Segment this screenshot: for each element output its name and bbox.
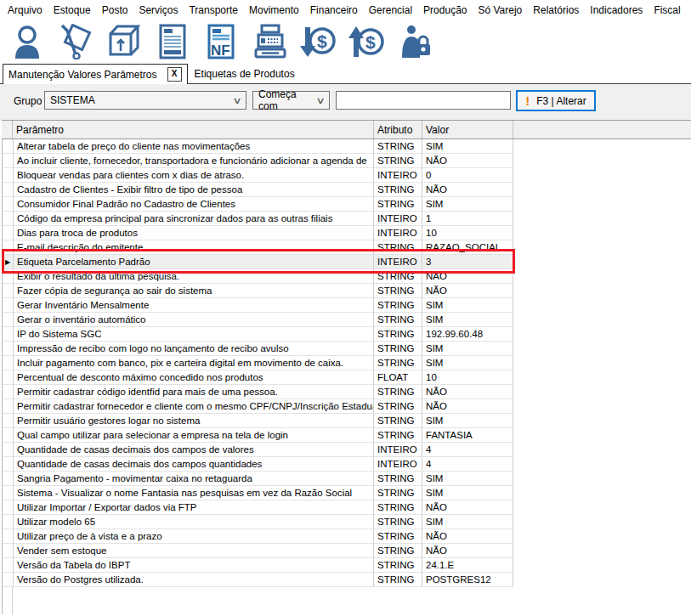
row-indicator: [3, 139, 14, 153]
table-row[interactable]: Utilizar preço de à vista e a prazoSTRIN…: [3, 529, 513, 544]
table-row[interactable]: Permitir cadastrar fornecedor e cliente …: [3, 399, 513, 414]
menu-item-relatorios[interactable]: Relatórios: [533, 4, 579, 16]
table-row[interactable]: Bloquear vendas para clientes com x dias…: [3, 168, 513, 183]
table-row[interactable]: Percentual de desconto máximo concedido …: [3, 370, 513, 385]
menu-item-financeiro[interactable]: Financeiro: [310, 4, 358, 16]
row-indicator: [3, 385, 14, 398]
menu-bar: ArquivoEstoquePostoServiçosTransporteMov…: [0, 0, 691, 20]
menu-item-estoque[interactable]: Estoque: [54, 4, 91, 16]
table-row[interactable]: Sistema - Visualizar o nome Fantasia nas…: [3, 486, 513, 500]
cell-parametro: Utilizar modelo 65: [14, 515, 374, 528]
table-row[interactable]: Quantidade de casas decimais dos campos …: [3, 457, 513, 472]
row-indicator: [3, 573, 14, 586]
table-row[interactable]: ▶Etiqueta Parcelamento PadrãoINTEIRO3: [3, 255, 513, 269]
menu-item-producao[interactable]: Produção: [423, 4, 467, 16]
match-mode-select[interactable]: Começa com ∨: [252, 91, 330, 110]
cell-valor: NÃO: [422, 529, 513, 543]
product-button[interactable]: [104, 23, 144, 60]
table-row[interactable]: Quantidade de casas decimais dos campos …: [3, 443, 513, 457]
user-security-button[interactable]: [394, 23, 435, 60]
table-row[interactable]: Consumidor Final Padrão no Cadastro de C…: [3, 197, 513, 212]
cell-atributo: STRING: [374, 486, 422, 500]
row-indicator: [3, 472, 14, 485]
table-row[interactable]: Versão do Postgres utilizada.STRINGPOSTG…: [3, 573, 513, 587]
row-indicator: [3, 515, 14, 528]
table-row[interactable]: Sangria Pagamento - movimentar caixa no …: [3, 472, 513, 486]
cell-parametro: Gerar o inventário automático: [14, 313, 374, 326]
cell-atributo: STRING: [374, 240, 422, 254]
column-header-atributo[interactable]: Atributo: [374, 121, 422, 138]
f3-alterar-label: F3 | Alterar: [536, 95, 586, 107]
column-header-valor[interactable]: Valor: [422, 121, 513, 138]
cell-parametro: Dias para troca de produtos: [14, 226, 374, 240]
table-row[interactable]: Exibir o resultado da última pesquisa.ST…: [3, 269, 513, 284]
cell-atributo: STRING: [374, 313, 422, 326]
cell-parametro: Qual campo utilizar para selecionar a em…: [14, 428, 374, 442]
table-row[interactable]: Incluir pagamento com banco, pix e carte…: [3, 356, 513, 370]
row-indicator: [3, 168, 14, 182]
table-row[interactable]: Utilizar Importar / Exportar dados via F…: [3, 500, 513, 515]
table-row[interactable]: Permitir cadastrar código identfid para …: [3, 385, 513, 399]
cell-valor: SIM: [422, 313, 513, 326]
cell-valor: NÃO: [422, 154, 513, 167]
menu-item-fiscal[interactable]: Fiscal: [654, 4, 680, 16]
table-row[interactable]: E-mail descrição do emitenteSTRINGRAZAO_…: [3, 240, 513, 255]
cell-valor: 1: [422, 212, 513, 225]
cell-parametro: Consumidor Final Padrão no Cadastro de C…: [14, 197, 374, 211]
table-row[interactable]: Dias para troca de produtosINTEIRO10: [3, 226, 513, 240]
menu-item-movimento[interactable]: Movimento: [249, 4, 299, 16]
cell-valor: 10: [422, 370, 513, 384]
cash-out-button[interactable]: $: [346, 23, 387, 60]
table-row[interactable]: Alterar tabela de preço do cliente nas m…: [3, 139, 513, 154]
cell-atributo: STRING: [374, 414, 422, 427]
indicator-column-header: [2, 121, 13, 138]
menu-item-arquivo[interactable]: Arquivo: [8, 4, 42, 16]
menu-item-indicadores[interactable]: Indicadores: [590, 4, 643, 16]
menu-item-gerencial[interactable]: Gerencial: [369, 4, 412, 16]
table-row[interactable]: Gerar o inventário automáticoSTRINGSIM: [3, 313, 513, 327]
search-input[interactable]: [336, 91, 511, 110]
menu-item-transporte[interactable]: Transporte: [189, 4, 238, 16]
grid-header: Parâmetro Atributo Valor: [2, 120, 691, 139]
nf-document-button[interactable]: NF: [201, 23, 241, 60]
table-row[interactable]: Utilizar modelo 65STRINGSIM: [3, 515, 513, 529]
table-row[interactable]: IP do Sistema SGCSTRING192.99.60.48: [3, 327, 513, 342]
column-header-parametro[interactable]: Parâmetro: [13, 121, 374, 138]
supplier-button[interactable]: [55, 23, 96, 60]
table-row[interactable]: Versão da Tabela do IBPTSTRING24.1.E: [3, 558, 513, 573]
f3-alterar-button[interactable]: ! F3 | Alterar: [516, 90, 596, 111]
cell-atributo: STRING: [374, 573, 422, 586]
cell-parametro: Percentual de desconto máximo concedido …: [14, 370, 374, 384]
table-row[interactable]: Impressão de recibo com logo no lançamen…: [3, 342, 513, 356]
customer-button[interactable]: [7, 23, 48, 60]
table-row[interactable]: Cadastro de Clientes - Exibir filtro de …: [3, 183, 513, 197]
tab-etiquetas-de-produtos[interactable]: Etiquetas de Produtos: [188, 65, 300, 83]
menu-item-posto[interactable]: Posto: [102, 4, 128, 16]
cash-register-button[interactable]: [249, 23, 290, 60]
table-row[interactable]: Permitir usuário gestores logar no siste…: [3, 414, 513, 428]
table-row[interactable]: Fazer cópia de segurança ao sair do sist…: [3, 284, 513, 298]
cell-atributo: STRING: [374, 269, 422, 283]
row-indicator: [3, 240, 14, 254]
tab-close-icon[interactable]: X: [167, 67, 182, 82]
order-document-button[interactable]: [152, 23, 193, 60]
table-row[interactable]: Gerar Inventário MensalmenteSTRINGSIM: [3, 298, 513, 313]
cell-atributo: INTEIRO: [374, 212, 422, 225]
cell-valor: SIM: [422, 472, 513, 485]
cell-parametro: Exibir o resultado da última pesquisa.: [14, 269, 374, 283]
table-row[interactable]: Qual campo utilizar para selecionar a em…: [3, 428, 513, 443]
cell-valor: NÃO: [422, 399, 513, 413]
cell-parametro: Alterar tabela de preço do cliente nas m…: [14, 139, 374, 153]
table-row[interactable]: Vender sem estoqueSTRINGNÃO: [3, 544, 513, 558]
cell-parametro: Permitir cadastrar fornecedor e cliente …: [14, 399, 374, 413]
cash-in-button[interactable]: $: [297, 23, 338, 60]
inactive-tab-label: Etiquetas de Produtos: [195, 68, 295, 80]
table-row[interactable]: Código da empresa principal para sincron…: [3, 212, 513, 226]
group-select[interactable]: SISTEMA ∨: [44, 91, 246, 110]
menu-item-so-varejo[interactable]: Só Varejo: [478, 4, 522, 16]
tab-manutencao-valores-parametros[interactable]: Manutenção Valores Parâmetros X: [3, 64, 188, 84]
cell-atributo: STRING: [374, 298, 422, 312]
menu-item-servicos[interactable]: Serviços: [139, 4, 178, 16]
table-row[interactable]: Ao incluir cliente, fornecedor, transpor…: [3, 154, 513, 168]
cell-parametro: Permitir cadastrar código identfid para …: [14, 385, 374, 398]
